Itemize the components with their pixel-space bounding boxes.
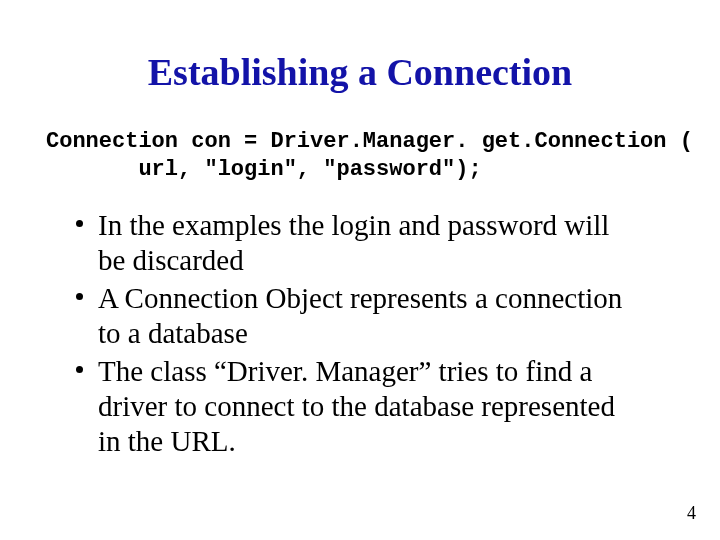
slide-title: Establishing a Connection [0,50,720,94]
code-line-1: Connection con = Driver.Manager. get.Con… [46,129,693,154]
bullet-icon [76,220,83,227]
slide: Establishing a Connection Connection con… [0,0,720,540]
code-block: Connection con = Driver.Manager. get.Con… [46,128,693,183]
bullet-icon [76,366,83,373]
bullet-text: In the examples the login and password w… [98,209,609,276]
bullet-text: The class “Driver. Manager” tries to fin… [98,355,615,458]
code-line-2: url, "login", "password"); [46,157,482,182]
page-number: 4 [687,503,696,524]
list-item: The class “Driver. Manager” tries to fin… [70,354,640,460]
bullet-list: In the examples the login and password w… [70,208,640,462]
list-item: In the examples the login and password w… [70,208,640,279]
bullet-text: A Connection Object represents a connect… [98,282,622,349]
bullet-icon [76,293,83,300]
list-item: A Connection Object represents a connect… [70,281,640,352]
